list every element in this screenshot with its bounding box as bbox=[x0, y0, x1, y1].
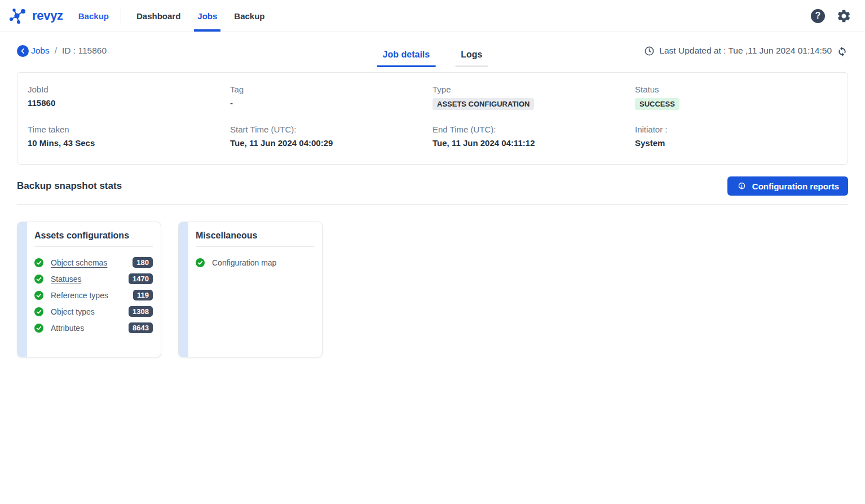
stat-item-label: Object types bbox=[51, 307, 121, 316]
stat-item-reference-types: Reference types 119 bbox=[34, 287, 153, 303]
breadcrumb: Jobs / ID : 115860 bbox=[17, 45, 107, 64]
job-field-status: Status SUCCESS bbox=[635, 85, 837, 110]
header-actions: ? bbox=[811, 0, 856, 32]
job-field-label: Start Time (UTC): bbox=[230, 125, 432, 134]
job-field-value: ASSETS CONFIGURATION bbox=[432, 98, 534, 110]
stat-card-miscellaneous: Miscellaneous Configuration map bbox=[178, 222, 323, 357]
stat-item-label[interactable]: Object schemas bbox=[51, 258, 125, 267]
stat-card-assets-configurations: Assets configurations Object schemas 180… bbox=[17, 222, 161, 357]
check-circle-icon bbox=[34, 307, 43, 316]
job-field-value: 115860 bbox=[28, 98, 55, 108]
stat-item-label[interactable]: Statuses bbox=[51, 275, 121, 284]
stats-header: Backup snapshot stats Configuration repo… bbox=[17, 176, 848, 196]
job-field-jobid: JobId 115860 bbox=[28, 85, 230, 110]
job-field-label: Time taken bbox=[28, 125, 230, 134]
job-field-value: Tue, 11 Jun 2024 04:11:12 bbox=[432, 138, 535, 148]
job-field-value: System bbox=[635, 138, 665, 148]
menu-item-label: Backup bbox=[234, 11, 264, 21]
back-button[interactable] bbox=[17, 45, 29, 57]
job-field-label: Initiator : bbox=[635, 125, 837, 134]
nav-divider bbox=[121, 8, 121, 24]
main-menu: DashboardJobsBackup bbox=[128, 0, 273, 32]
check-circle-icon bbox=[34, 291, 43, 300]
job-field-label: End Time (UTC): bbox=[432, 125, 635, 134]
check-circle-icon bbox=[34, 275, 43, 284]
job-field-value: - bbox=[230, 98, 233, 108]
job-field-end-time-utc-: End Time (UTC): Tue, 11 Jun 2024 04:11:1… bbox=[432, 125, 635, 148]
stat-item-object-types: Object types 1308 bbox=[34, 303, 153, 320]
download-cloud-icon bbox=[736, 181, 747, 191]
configuration-reports-button[interactable]: Configuration reports bbox=[727, 176, 848, 196]
job-field-type: Type ASSETS CONFIGURATION bbox=[432, 85, 635, 110]
section-title: Backup snapshot stats bbox=[17, 180, 122, 192]
menu-item-jobs[interactable]: Jobs bbox=[195, 0, 219, 32]
breadcrumb-separator: / bbox=[55, 46, 57, 56]
job-field-value: 10 Mins, 43 Secs bbox=[28, 138, 95, 148]
configuration-reports-label: Configuration reports bbox=[752, 182, 839, 191]
stat-item-statuses: Statuses 1470 bbox=[34, 271, 153, 287]
toolbar-row: Jobs / ID : 115860 Job detailsLogs Last … bbox=[17, 41, 848, 67]
settings-gear-icon[interactable] bbox=[836, 8, 851, 24]
stat-item-configuration-map: Configuration map bbox=[196, 254, 314, 271]
stat-card-title: Miscellaneous bbox=[196, 231, 314, 247]
job-field-label: Tag bbox=[230, 85, 432, 94]
job-field-time-taken: Time taken 10 Mins, 43 Secs bbox=[28, 125, 230, 148]
job-field-label: Status bbox=[635, 85, 837, 94]
brand-name: revyz bbox=[32, 8, 63, 23]
help-icon[interactable]: ? bbox=[811, 9, 825, 23]
check-circle-icon bbox=[34, 258, 43, 267]
brand-logo[interactable]: revyz bbox=[8, 0, 63, 32]
top-nav: revyz Backup DashboardJobsBackup ? bbox=[0, 0, 865, 32]
stat-item-count-badge: 180 bbox=[133, 257, 153, 268]
last-updated: Last Updated at : Tue ,11 Jun 2024 01:14… bbox=[644, 45, 848, 64]
job-field-label: Type bbox=[432, 85, 635, 94]
stats-cards: Assets configurations Object schemas 180… bbox=[17, 222, 848, 357]
stat-item-object-schemas: Object schemas 180 bbox=[34, 254, 153, 271]
revyz-molecule-icon bbox=[8, 6, 28, 26]
refresh-icon[interactable] bbox=[836, 45, 848, 57]
menu-item-backup[interactable]: Backup bbox=[232, 0, 267, 32]
stat-card-content: Assets configurations Object schemas 180… bbox=[27, 222, 161, 357]
stat-card-title: Assets configurations bbox=[34, 231, 153, 247]
job-field-tag: Tag - bbox=[230, 85, 432, 110]
menu-item-label: Dashboard bbox=[136, 11, 180, 21]
stat-card-stripe bbox=[179, 222, 188, 357]
stat-item-count-badge: 8643 bbox=[129, 322, 153, 333]
stat-card-content: Miscellaneous Configuration map bbox=[188, 222, 322, 357]
stat-item-count-badge: 119 bbox=[133, 290, 153, 300]
job-field-value: SUCCESS bbox=[635, 98, 679, 110]
stat-item-count-badge: 1308 bbox=[129, 306, 153, 317]
tabs: Job detailsLogs bbox=[377, 50, 488, 67]
stat-card-list: Object schemas 180 Statuses 1470 Referen… bbox=[34, 254, 153, 336]
breadcrumb-jobs-link[interactable]: Jobs bbox=[31, 46, 50, 56]
job-field-initiator-: Initiator : System bbox=[635, 125, 837, 148]
job-details-card: JobId 115860 Tag - Type ASSETS CONFIGURA… bbox=[17, 72, 848, 165]
stat-item-label: Attributes bbox=[51, 324, 121, 333]
tab-job-details[interactable]: Job details bbox=[377, 50, 436, 67]
menu-item-dashboard[interactable]: Dashboard bbox=[134, 0, 183, 32]
check-circle-icon bbox=[34, 324, 43, 333]
job-field-value: Tue, 11 Jun 2024 04:00:29 bbox=[230, 138, 333, 148]
check-circle-icon bbox=[196, 258, 205, 267]
stat-item-attributes: Attributes 8643 bbox=[34, 320, 153, 336]
nav-backup-link[interactable]: Backup bbox=[78, 0, 109, 32]
stat-item-label: Configuration map bbox=[212, 258, 314, 267]
menu-item-label: Jobs bbox=[197, 11, 217, 21]
breadcrumb-current-id: ID : 115860 bbox=[62, 46, 107, 56]
last-updated-text: Last Updated at : Tue ,11 Jun 2024 01:14… bbox=[659, 46, 832, 56]
stat-item-count-badge: 1470 bbox=[129, 273, 153, 284]
clock-icon bbox=[644, 46, 655, 56]
job-field-label: JobId bbox=[28, 85, 230, 94]
section-divider bbox=[17, 204, 848, 205]
tab-logs[interactable]: Logs bbox=[455, 50, 488, 67]
job-field-start-time-utc-: Start Time (UTC): Tue, 11 Jun 2024 04:00… bbox=[230, 125, 432, 148]
stat-card-list: Configuration map bbox=[196, 254, 314, 271]
stat-card-stripe bbox=[17, 222, 27, 357]
stat-item-label: Reference types bbox=[51, 291, 126, 300]
